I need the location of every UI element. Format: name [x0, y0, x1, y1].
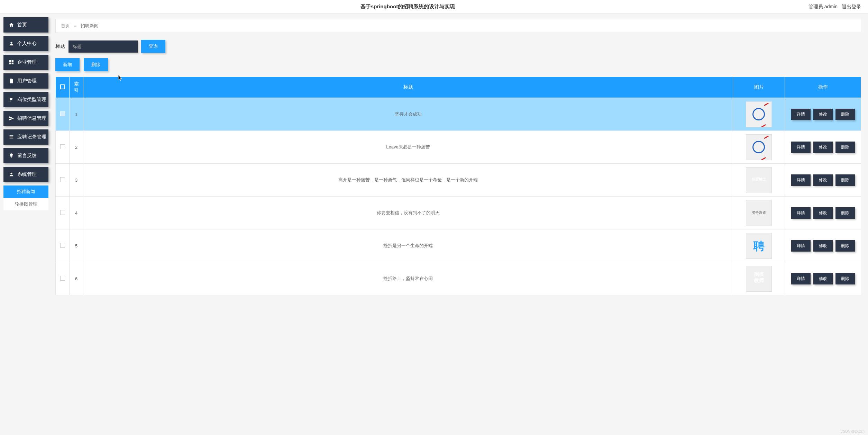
nav-users[interactable]: 用户管理: [3, 73, 48, 89]
th-index: 索引: [70, 77, 83, 98]
subnav-label: 招聘新闻: [17, 189, 35, 195]
cell-title: 你要去相信，没有到不了的明天: [83, 197, 733, 229]
cell-index: 1: [70, 98, 83, 131]
detail-button[interactable]: 详情: [791, 207, 811, 219]
header-right: 管理员 admin 退出登录: [808, 4, 861, 10]
logout-link[interactable]: 退出登录: [842, 4, 861, 10]
cell-title: 挫折是另一个生命的开端: [83, 229, 733, 262]
cell-op: 详情 修改 删除: [785, 164, 861, 197]
cell-index: 4: [70, 197, 83, 229]
cell-image: [733, 229, 785, 262]
thumbnail[interactable]: [746, 266, 772, 292]
nav-label: 个人中心: [17, 40, 37, 47]
delete-batch-button[interactable]: 删除: [84, 58, 108, 71]
row-checkbox[interactable]: [60, 111, 65, 116]
cell-index: 6: [70, 262, 83, 295]
user-role-label[interactable]: 管理员 admin: [808, 4, 838, 10]
table-row: 6 挫折路上，坚持常在心间 详情 修改 删除: [56, 262, 861, 295]
nav-label: 留言反馈: [17, 153, 37, 159]
cell-image: [733, 197, 785, 229]
nav-personal[interactable]: 个人中心: [3, 36, 48, 51]
nav-system[interactable]: 系统管理: [3, 167, 48, 182]
cell-image: [733, 98, 785, 131]
search-button[interactable]: 查询: [141, 40, 165, 53]
cell-title: Leave未必是一种痛苦: [83, 131, 733, 164]
row-checkbox[interactable]: [60, 144, 65, 149]
th-op: 操作: [785, 77, 861, 98]
cell-index: 2: [70, 131, 83, 164]
subnav-carousel[interactable]: 轮播图管理: [3, 198, 48, 210]
nav-apply-record[interactable]: 应聘记录管理: [3, 129, 48, 145]
edit-button[interactable]: 修改: [813, 109, 833, 120]
cell-title: 坚持才会成功: [83, 98, 733, 131]
table-row: 2 Leave未必是一种痛苦 详情 修改 删除: [56, 131, 861, 164]
detail-button[interactable]: 详情: [791, 240, 811, 252]
edit-button[interactable]: 修改: [813, 142, 833, 153]
main-content: 首页 ≡ 招聘新闻 标题 查询 新增 删除 索引 标题 图片 操作: [48, 14, 868, 300]
row-checkbox[interactable]: [60, 177, 65, 182]
delete-button[interactable]: 删除: [835, 207, 855, 219]
breadcrumb: 首页 ≡ 招聘新闻: [55, 19, 861, 33]
th-check: [56, 77, 70, 98]
cell-image: [733, 262, 785, 295]
delete-button[interactable]: 删除: [835, 142, 855, 153]
doc-icon: [9, 78, 14, 84]
add-button[interactable]: 新增: [55, 58, 80, 71]
detail-button[interactable]: 详情: [791, 273, 811, 284]
user-icon: [9, 41, 14, 46]
edit-button[interactable]: 修改: [813, 240, 833, 252]
delete-button[interactable]: 删除: [835, 273, 855, 284]
action-row: 新增 删除: [55, 58, 861, 71]
table-row: 5 挫折是另一个生命的开端 详情 修改 删除: [56, 229, 861, 262]
nav-home[interactable]: 首页: [3, 17, 48, 33]
nav-position-type[interactable]: 岗位类型管理: [3, 92, 48, 107]
row-checkbox[interactable]: [60, 210, 65, 215]
delete-button[interactable]: 删除: [835, 174, 855, 186]
cell-op: 详情 修改 删除: [785, 229, 861, 262]
breadcrumb-home[interactable]: 首页: [61, 23, 70, 28]
breadcrumb-sep: ≡: [74, 23, 77, 28]
cell-op: 详情 修改 删除: [785, 262, 861, 295]
cell-op: 详情 修改 删除: [785, 98, 861, 131]
delete-button[interactable]: 删除: [835, 109, 855, 120]
detail-button[interactable]: 详情: [791, 142, 811, 153]
cell-title: 挫折路上，坚持常在心间: [83, 262, 733, 295]
sidebar: 首页 个人中心 企业管理 用户管理 岗位类型管理 招聘信息管理 应聘记录管理: [0, 14, 48, 300]
top-header: 基于springboot的招聘系统的设计与实现 管理员 admin 退出登录: [0, 0, 868, 14]
thumbnail[interactable]: [746, 167, 772, 193]
cell-op: 详情 修改 删除: [785, 197, 861, 229]
subnav-label: 轮播图管理: [15, 201, 37, 207]
grid-icon: [9, 60, 14, 65]
delete-button[interactable]: 删除: [835, 240, 855, 252]
row-checkbox[interactable]: [60, 243, 65, 248]
bulb-icon: [9, 153, 14, 158]
list-icon: [9, 134, 14, 140]
nav-label: 岗位类型管理: [17, 97, 46, 103]
nav-label: 用户管理: [17, 78, 37, 84]
nav-label: 应聘记录管理: [17, 134, 46, 140]
send-icon: [9, 116, 14, 121]
thumbnail[interactable]: [746, 233, 772, 259]
thumbnail[interactable]: [746, 134, 772, 160]
check-all[interactable]: [60, 84, 65, 89]
detail-button[interactable]: 详情: [791, 174, 811, 186]
nav-feedback[interactable]: 留言反馈: [3, 148, 48, 163]
edit-button[interactable]: 修改: [813, 207, 833, 219]
table-row: 1 坚持才会成功 详情 修改 删除: [56, 98, 861, 131]
cell-image: [733, 131, 785, 164]
data-table: 索引 标题 图片 操作 1 坚持才会成功 详情 修改 删除 2 Leave未必是…: [55, 76, 861, 295]
detail-button[interactable]: 详情: [791, 109, 811, 120]
search-row: 标题 查询: [55, 40, 861, 53]
app-title: 基于springboot的招聘系统的设计与实现: [7, 3, 808, 10]
row-checkbox[interactable]: [60, 276, 65, 281]
subnav-news[interactable]: 招聘新闻: [3, 185, 48, 198]
search-input[interactable]: [68, 40, 138, 53]
thumbnail[interactable]: [746, 101, 772, 127]
edit-button[interactable]: 修改: [813, 174, 833, 186]
thumbnail[interactable]: [746, 200, 772, 226]
flag-icon: [9, 97, 14, 102]
home-icon: [9, 22, 14, 28]
nav-company[interactable]: 企业管理: [3, 55, 48, 70]
edit-button[interactable]: 修改: [813, 273, 833, 284]
nav-recruit-info[interactable]: 招聘信息管理: [3, 111, 48, 126]
